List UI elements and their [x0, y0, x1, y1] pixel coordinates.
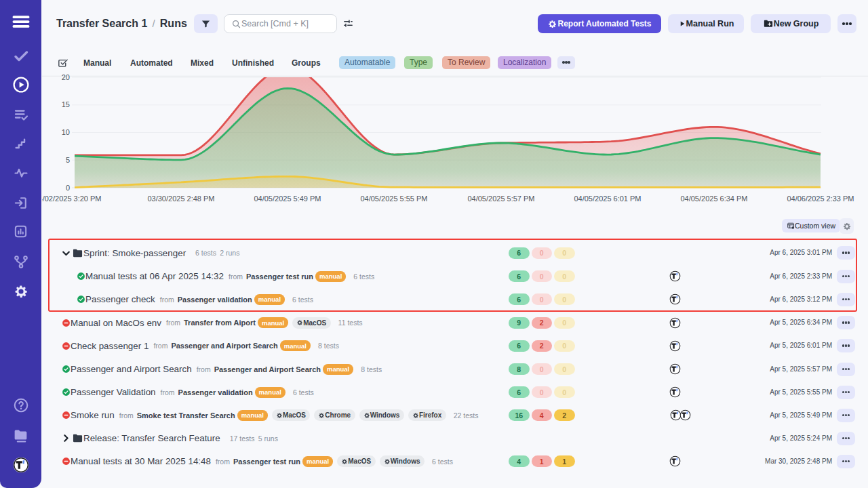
- svg-text:04/05/2025 6:34 PM: 04/05/2025 6:34 PM: [680, 195, 747, 203]
- svg-text:03/30/2025 2:48 PM: 03/30/2025 2:48 PM: [147, 195, 214, 203]
- svg-text:10: 10: [62, 128, 70, 136]
- svg-text:04/05/2025 5:55 PM: 04/05/2025 5:55 PM: [360, 195, 427, 203]
- svg-text:5: 5: [66, 156, 70, 164]
- svg-text:04/02/2025 3:20 PM: 04/02/2025 3:20 PM: [42, 195, 102, 203]
- svg-text:04/05/2025 5:57 PM: 04/05/2025 5:57 PM: [467, 195, 534, 203]
- svg-text:0: 0: [66, 184, 70, 192]
- svg-text:15: 15: [62, 100, 70, 108]
- svg-text:04/05/2025 5:49 PM: 04/05/2025 5:49 PM: [254, 195, 321, 203]
- svg-text:04/05/2025 6:01 PM: 04/05/2025 6:01 PM: [574, 195, 641, 203]
- svg-text:20: 20: [62, 73, 70, 81]
- svg-text:04/06/2025 2:33 PM: 04/06/2025 2:33 PM: [787, 195, 854, 203]
